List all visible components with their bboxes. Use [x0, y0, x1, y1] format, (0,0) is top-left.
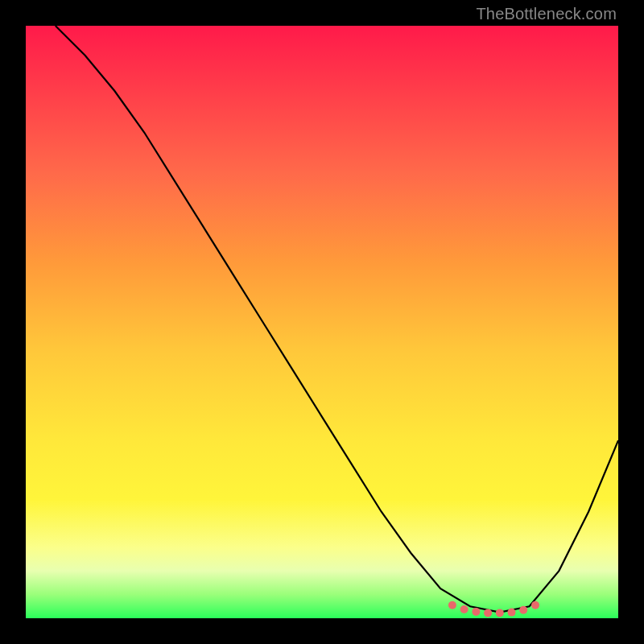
- highlight-dot: [531, 601, 539, 609]
- watermark-text: TheBottleneck.com: [476, 5, 617, 23]
- highlight-dot: [448, 601, 456, 609]
- highlight-dot: [508, 609, 516, 617]
- highlight-dot: [472, 608, 480, 616]
- chart-svg: [26, 26, 618, 618]
- highlight-dot: [460, 605, 469, 613]
- highlight-dot: [519, 606, 527, 614]
- plot-area: [26, 26, 618, 618]
- chart-curve: [56, 26, 618, 613]
- highlight-dots-group: [448, 601, 539, 617]
- highlight-dot: [484, 609, 492, 617]
- app-frame: TheBottleneck.com: [0, 0, 644, 644]
- highlight-dot: [496, 609, 504, 617]
